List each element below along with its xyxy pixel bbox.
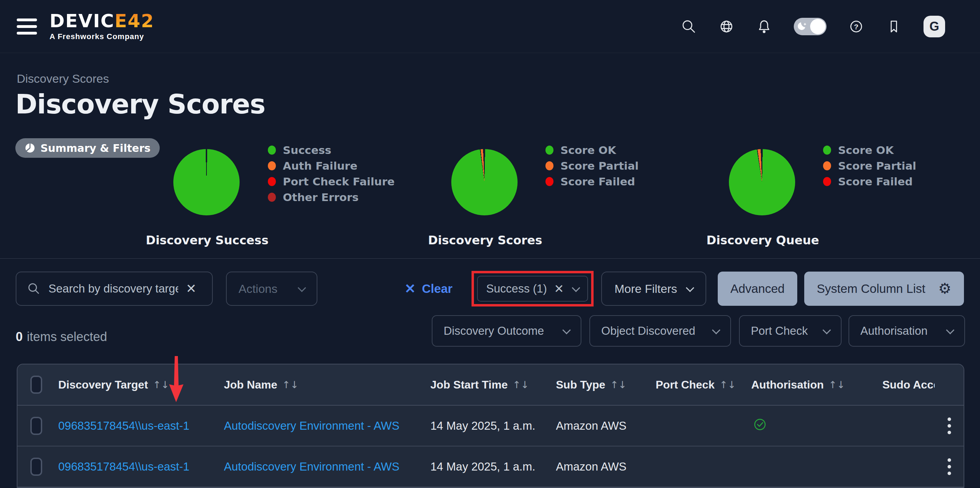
chart-title-discovery-success: Discovery Success xyxy=(120,233,294,247)
clear-label: Clear xyxy=(422,282,453,296)
row-actions-kebab-menu[interactable] xyxy=(945,456,953,477)
sort-icon[interactable]: ↑↓ xyxy=(610,379,627,391)
legend-label: Auth Failure xyxy=(283,159,358,172)
job-name-link[interactable]: Autodiscovery Environment - AWS xyxy=(224,419,430,432)
legend-item: Score Partial xyxy=(546,160,639,171)
clear-search-icon[interactable]: ✕ xyxy=(186,282,196,295)
pie-chart-icon xyxy=(24,142,36,153)
sub-type: Amazon AWS xyxy=(556,419,655,432)
user-avatar[interactable]: G xyxy=(923,16,945,37)
discovery-target-link[interactable]: 096835178454\\us-east-1 xyxy=(58,419,224,432)
globe-icon[interactable] xyxy=(718,19,735,35)
system-column-list-button[interactable]: System Column List ⚙ xyxy=(804,271,964,306)
column-header-job-start-time: Job Start Time xyxy=(430,378,508,391)
select-all-checkbox[interactable] xyxy=(30,376,42,394)
advanced-label: Advanced xyxy=(730,282,785,296)
search-icon[interactable] xyxy=(681,19,697,35)
discovery-target-link[interactable]: 096835178454\\us-east-1 xyxy=(58,460,224,473)
question-glyph: ? xyxy=(854,22,859,30)
more-filters-dropdown[interactable]: More Filters xyxy=(601,271,706,306)
advanced-button[interactable]: Advanced xyxy=(718,271,797,306)
actions-dropdown[interactable]: Actions xyxy=(226,271,317,306)
legend-dot xyxy=(546,161,554,171)
active-filter-chip-success[interactable]: Success (1) ✕ xyxy=(477,276,588,301)
search-input[interactable] xyxy=(48,282,178,295)
sub-type: Amazon AWS xyxy=(556,460,655,473)
hamburger-menu-icon[interactable] xyxy=(17,19,37,35)
legend-item: Other Errors xyxy=(268,191,395,203)
legend-label: Score Failed xyxy=(838,175,913,188)
pie-chart-discovery-scores xyxy=(451,149,517,215)
chevron-down-icon xyxy=(712,326,720,334)
row-actions-kebab-menu[interactable] xyxy=(945,415,953,436)
chevron-down-icon xyxy=(822,326,831,334)
authorisation-dropdown[interactable]: Authorisation xyxy=(848,315,965,347)
dropdown-label: Object Discovered xyxy=(601,324,695,338)
legend-label: Score OK xyxy=(838,144,894,156)
notifications-bell-icon[interactable] xyxy=(756,19,772,35)
discovery-outcome-dropdown[interactable]: Discovery Outcome xyxy=(432,315,581,347)
legend-dot xyxy=(268,177,276,186)
page-title: Discovery Scores xyxy=(15,89,265,120)
help-icon[interactable]: ? xyxy=(848,19,864,35)
legend-item: Auth Failure xyxy=(268,160,395,171)
row-checkbox[interactable] xyxy=(30,417,42,435)
legend-dot xyxy=(546,145,554,155)
legend-dot xyxy=(546,177,554,186)
legend-item: Score OK xyxy=(823,145,916,156)
top-navbar: DEVICE42 A Freshworks Company ? xyxy=(0,0,980,53)
sort-icon[interactable]: ↑↓ xyxy=(282,379,299,391)
breadcrumb[interactable]: Discovery Scores xyxy=(17,72,109,86)
chevron-down-icon xyxy=(298,284,306,292)
close-icon: ✕ xyxy=(404,282,416,295)
port-check-dropdown[interactable]: Port Check xyxy=(739,315,842,347)
legend-item: Score Partial xyxy=(823,160,916,171)
avatar-initial: G xyxy=(929,19,939,34)
sort-icon[interactable]: ↑↓ xyxy=(153,379,169,391)
legend-label: Score Failed xyxy=(560,175,635,188)
dropdown-label: Discovery Outcome xyxy=(444,324,544,338)
legend-label: Score Partial xyxy=(560,159,639,172)
legend-discovery-queue: Score OK Score Partial Score Failed xyxy=(823,145,916,187)
section-divider xyxy=(0,258,980,259)
sort-icon[interactable]: ↑↓ xyxy=(513,379,529,391)
legend-item: Port Check Failure xyxy=(268,176,395,187)
legend-dot xyxy=(823,161,831,171)
legend-dot xyxy=(268,193,276,202)
legend-label: Success xyxy=(283,144,331,156)
column-header-authorisation: Authorisation xyxy=(751,378,824,391)
actions-label: Actions xyxy=(239,282,278,296)
legend-item: Success xyxy=(268,145,395,156)
legend-item: Score Failed xyxy=(823,176,916,187)
table-row: 096835178454\\us-east-1 Autodiscovery En… xyxy=(18,447,964,487)
legend-dot xyxy=(823,177,831,186)
object-discovered-dropdown[interactable]: Object Discovered xyxy=(589,315,731,347)
column-header-port-check: Port Check xyxy=(655,378,714,391)
job-start-time: 14 May 2025, 1 a.m. xyxy=(430,419,556,432)
job-name-link[interactable]: Autodiscovery Environment - AWS xyxy=(224,460,430,473)
bookmark-icon[interactable] xyxy=(886,19,902,35)
table-row: 096835178454\\us-east-1 Autodiscovery En… xyxy=(18,406,964,447)
device42-logo: DEVICE42 A Freshworks Company xyxy=(49,12,154,41)
chevron-down-icon[interactable] xyxy=(572,284,580,292)
pie-chart-discovery-success xyxy=(173,149,240,215)
legend-discovery-scores: Score OK Score Partial Score Failed xyxy=(546,145,639,187)
search-icon xyxy=(27,282,41,296)
dropdown-label: Port Check xyxy=(751,324,808,338)
summary-filters-button[interactable]: Summary & Filters xyxy=(15,138,160,158)
chart-title-discovery-scores: Discovery Scores xyxy=(398,233,572,247)
sort-icon[interactable]: ↑↓ xyxy=(719,379,736,391)
row-checkbox[interactable] xyxy=(30,458,42,476)
chevron-down-icon xyxy=(562,326,571,334)
search-box[interactable]: ✕ xyxy=(16,271,213,306)
pie-chart-discovery-queue xyxy=(729,149,795,215)
sort-icon[interactable]: ↑↓ xyxy=(829,379,845,391)
logo-accent: E42 xyxy=(115,11,154,32)
column-header-job-name: Job Name xyxy=(224,378,277,391)
column-header-sub-type: Sub Type xyxy=(556,378,605,391)
remove-filter-icon[interactable]: ✕ xyxy=(554,283,564,295)
legend-label: Score Partial xyxy=(838,159,916,172)
dark-mode-toggle[interactable] xyxy=(794,18,827,35)
clear-filters-button[interactable]: ✕ Clear xyxy=(404,271,452,306)
legend-item: Score Failed xyxy=(546,176,639,187)
